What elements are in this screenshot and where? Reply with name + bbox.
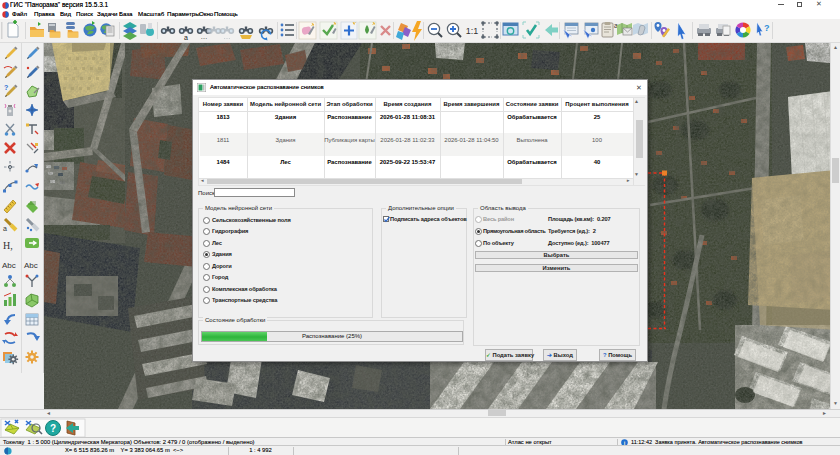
svg-text:a: a bbox=[184, 34, 188, 41]
svg-text:?: ? bbox=[50, 423, 56, 434]
svg-text:Abc: Abc bbox=[2, 261, 16, 270]
svg-text:H,: H, bbox=[3, 240, 13, 251]
svg-text:a: a bbox=[3, 225, 7, 232]
svg-text:?: ? bbox=[4, 84, 8, 91]
svg-text:1:1: 1:1 bbox=[466, 26, 479, 36]
svg-text:…: … bbox=[224, 33, 231, 40]
svg-text:…: … bbox=[201, 33, 208, 40]
svg-text:?: ? bbox=[764, 23, 770, 33]
svg-text:Abc: Abc bbox=[24, 261, 38, 270]
